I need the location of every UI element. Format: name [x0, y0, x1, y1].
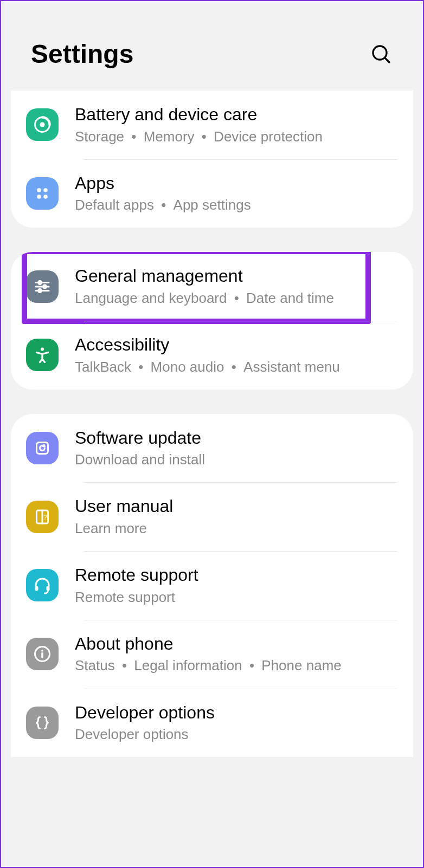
item-title: Developer options: [75, 702, 215, 724]
separator-dot: •: [131, 359, 151, 375]
svg-rect-15: [37, 443, 48, 454]
item-text: Developer optionsDeveloper options: [75, 702, 215, 744]
search-icon: [370, 43, 392, 65]
search-button[interactable]: [369, 42, 393, 66]
item-subtitle: Download and install: [75, 450, 205, 469]
settings-item-apps[interactable]: AppsDefault apps • App settings: [11, 159, 413, 228]
item-title: Accessibility: [75, 334, 340, 357]
svg-point-3: [40, 122, 45, 127]
item-text: About phoneStatus • Legal information • …: [75, 633, 342, 676]
item-title: Remote support: [75, 564, 198, 587]
svg-point-7: [43, 195, 48, 199]
settings-group: Battery and device careStorage • Memory …: [11, 90, 413, 228]
svg-text:?: ?: [43, 513, 47, 521]
item-title: About phone: [75, 633, 342, 656]
separator-dot: •: [227, 290, 246, 306]
settings-item-developer-options[interactable]: Developer optionsDeveloper options: [11, 689, 413, 757]
item-subtitle: Status • Legal information • Phone name: [75, 656, 342, 675]
update-icon: [26, 432, 59, 464]
item-text: Software updateDownload and install: [75, 427, 205, 470]
separator-dot: •: [154, 197, 174, 213]
item-subtitle: Learn more: [75, 519, 173, 538]
item-subtitle: Default apps • App settings: [75, 196, 251, 215]
svg-point-13: [38, 289, 42, 292]
item-text: General managementLanguage and keyboard …: [75, 265, 334, 308]
separator-dot: •: [224, 359, 244, 375]
item-text: User manualLearn more: [75, 495, 173, 538]
separator-dot: •: [124, 128, 144, 145]
item-title: Apps: [75, 172, 251, 195]
sliders-icon: [26, 270, 59, 303]
settings-item-remote-support[interactable]: Remote supportRemote support: [11, 551, 413, 620]
item-text: AppsDefault apps • App settings: [75, 172, 251, 215]
separator-dot: •: [242, 657, 262, 673]
item-title: User manual: [75, 495, 173, 518]
item-title: Software update: [75, 427, 205, 450]
headset-icon: [26, 569, 59, 601]
svg-line-1: [385, 57, 389, 62]
separator-dot: •: [115, 657, 134, 673]
page-title: Settings: [31, 39, 133, 69]
info-icon: [26, 638, 59, 670]
item-text: AccessibilityTalkBack • Mono audio • Ass…: [75, 334, 340, 377]
item-title: Battery and device care: [75, 103, 323, 126]
battery-care-icon: [26, 108, 59, 141]
apps-icon: [26, 177, 59, 210]
settings-item-about-phone[interactable]: About phoneStatus • Legal information • …: [11, 620, 413, 689]
settings-item-general-management[interactable]: General managementLanguage and keyboard …: [11, 252, 413, 321]
manual-icon: ?: [26, 501, 59, 533]
accessibility-icon: [26, 339, 59, 371]
svg-point-22: [41, 650, 43, 652]
settings-item-battery-device-care[interactable]: Battery and device careStorage • Memory …: [11, 90, 413, 159]
settings-item-user-manual[interactable]: ?User manualLearn more: [11, 482, 413, 551]
braces-icon: [26, 707, 59, 739]
svg-point-4: [37, 188, 41, 192]
svg-point-5: [43, 188, 48, 192]
svg-point-14: [41, 348, 44, 351]
item-subtitle: Remote support: [75, 588, 198, 607]
settings-group: Software updateDownload and install?User…: [11, 414, 413, 757]
item-subtitle: TalkBack • Mono audio • Assistant menu: [75, 358, 340, 377]
settings-group: General managementLanguage and keyboard …: [11, 252, 413, 389]
item-text: Battery and device careStorage • Memory …: [75, 103, 323, 146]
svg-point-6: [37, 195, 41, 199]
item-subtitle: Storage • Memory • Device protection: [75, 127, 323, 146]
item-subtitle: Developer options: [75, 725, 215, 744]
settings-item-accessibility[interactable]: AccessibilityTalkBack • Mono audio • Ass…: [11, 321, 413, 390]
svg-point-9: [38, 281, 42, 284]
separator-dot: •: [195, 128, 214, 145]
settings-item-software-update[interactable]: Software updateDownload and install: [11, 414, 413, 483]
svg-rect-19: [35, 586, 38, 591]
svg-point-11: [43, 285, 47, 288]
item-text: Remote supportRemote support: [75, 564, 198, 607]
item-subtitle: Language and keyboard • Date and time: [75, 289, 334, 308]
item-title: General management: [75, 265, 334, 288]
header: Settings: [1, 1, 423, 90]
